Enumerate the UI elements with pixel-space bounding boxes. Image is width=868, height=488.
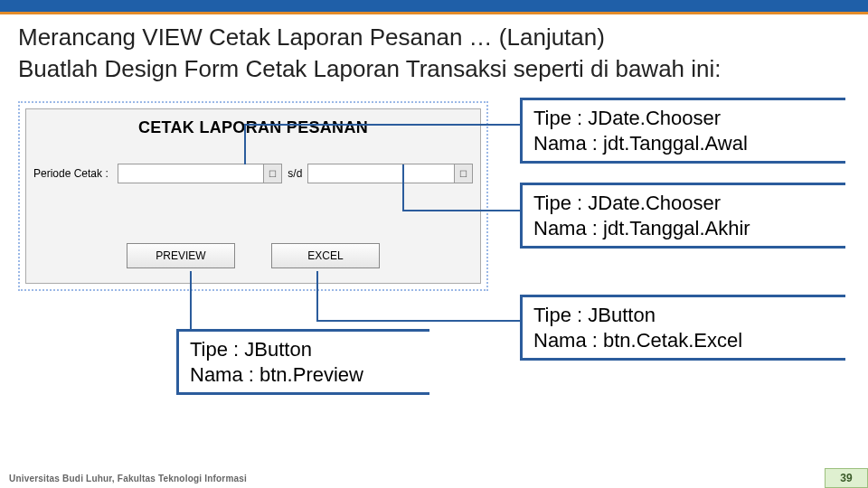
excel-button[interactable]: EXCEL bbox=[271, 243, 380, 268]
connector-line bbox=[190, 271, 192, 329]
date-chooser-awal[interactable]: ☐ bbox=[118, 164, 283, 183]
calendar-icon[interactable]: ☐ bbox=[263, 164, 281, 183]
slide: Merancang VIEW Cetak Laporan Pesanan … (… bbox=[0, 0, 868, 488]
date-input-awal[interactable] bbox=[118, 164, 264, 183]
annotation-line: Nama : jdt.Tanggal.Akhir bbox=[533, 216, 836, 241]
annotation-line: Nama : btn.Cetak.Excel bbox=[533, 328, 836, 353]
connector-line bbox=[316, 271, 318, 322]
connector-line bbox=[316, 320, 520, 322]
slide-subtitle: Buatlah Design Form Cetak Laporan Transa… bbox=[18, 55, 850, 83]
annotation-line: Nama : btn.Preview bbox=[190, 362, 420, 388]
periode-label: Periode Cetak : bbox=[33, 167, 108, 180]
connector-line bbox=[402, 210, 520, 211]
annotation-date-akhir: Tipe : JDate.Chooser Nama : jdt.Tanggal.… bbox=[520, 183, 845, 249]
annotation-btn-excel: Tipe : JButton Nama : btn.Cetak.Excel bbox=[520, 295, 845, 361]
button-row: PREVIEW EXCEL bbox=[26, 243, 480, 268]
annotation-line: Tipe : JButton bbox=[190, 337, 420, 362]
date-chooser-akhir[interactable]: ☐ bbox=[307, 164, 473, 183]
diagram-stage: CETAK LAPORAN PESANAN Periode Cetak : ☐ … bbox=[18, 92, 850, 418]
annotation-line: Tipe : JButton bbox=[533, 303, 836, 328]
connector-line bbox=[244, 124, 520, 126]
page-number: 39 bbox=[825, 468, 868, 488]
annotation-line: Tipe : JDate.Chooser bbox=[533, 191, 836, 216]
top-accent-bar bbox=[0, 0, 868, 14]
periode-row: Periode Cetak : ☐ s/d ☐ bbox=[33, 164, 473, 183]
date-input-akhir[interactable] bbox=[308, 164, 454, 183]
calendar-icon[interactable]: ☐ bbox=[454, 164, 472, 183]
annotation-btn-preview: Tipe : JButton Nama : btn.Preview bbox=[176, 329, 429, 395]
annotation-date-awal: Tipe : JDate.Chooser Nama : jdt.Tanggal.… bbox=[520, 98, 845, 164]
annotation-line: Tipe : JDate.Chooser bbox=[533, 106, 836, 131]
slide-title: Merancang VIEW Cetak Laporan Pesanan … (… bbox=[18, 23, 850, 52]
form-panel: CETAK LAPORAN PESANAN Periode Cetak : ☐ … bbox=[25, 108, 481, 284]
footer-org: Universitas Budi Luhur, Fakultas Teknolo… bbox=[9, 474, 247, 483]
form-designer-frame: CETAK LAPORAN PESANAN Periode Cetak : ☐ … bbox=[18, 101, 488, 291]
footer: Universitas Budi Luhur, Fakultas Teknolo… bbox=[0, 468, 868, 488]
date-separator: s/d bbox=[288, 167, 302, 180]
connector-line bbox=[244, 124, 246, 164]
content-area: Merancang VIEW Cetak Laporan Pesanan … (… bbox=[0, 14, 868, 418]
connector-line bbox=[402, 164, 404, 211]
preview-button[interactable]: PREVIEW bbox=[127, 243, 235, 268]
annotation-line: Nama : jdt.Tanggal.Awal bbox=[533, 131, 836, 156]
